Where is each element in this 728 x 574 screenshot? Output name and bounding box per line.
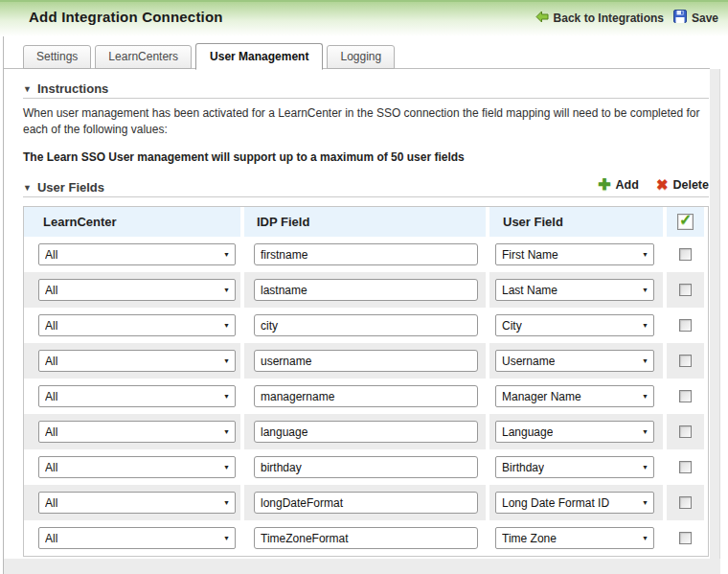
save-button[interactable]: Save <box>692 11 718 25</box>
tab-learncenters[interactable]: LearnCenters <box>95 45 192 69</box>
learncenter-select[interactable]: All ▼ <box>38 350 236 372</box>
column-header-user-field: User Field <box>489 207 663 237</box>
table-row: All ▼ Language ▼ <box>24 414 708 449</box>
user-field-select-value: City <box>502 319 522 333</box>
user-fields-heading: User Fields <box>37 180 104 195</box>
learncenter-select[interactable]: All ▼ <box>38 279 236 301</box>
table-row: All ▼ Username ▼ <box>24 343 708 379</box>
user-field-select-value: Last Name <box>502 284 557 297</box>
table-row: All ▼ Birthday ▼ <box>24 449 708 485</box>
idp-field-input[interactable] <box>254 314 478 336</box>
tab-label: LearnCenters <box>108 50 178 63</box>
collapse-arrow-icon: ▼ <box>23 183 32 193</box>
right-gutter <box>710 69 720 559</box>
tab-settings[interactable]: Settings <box>23 45 91 69</box>
chevron-down-icon: ▼ <box>223 287 230 293</box>
learncenter-select[interactable]: All ▼ <box>38 314 236 336</box>
chevron-down-icon: ▼ <box>223 322 230 329</box>
row-checkbox[interactable] <box>679 532 692 544</box>
idp-field-input[interactable] <box>254 421 478 443</box>
idp-field-input[interactable] <box>254 243 478 265</box>
idp-field-input[interactable] <box>254 279 478 301</box>
back-to-integrations-link[interactable]: Back to Integrations <box>554 11 664 25</box>
user-field-select[interactable]: Last Name ▼ <box>495 279 654 301</box>
delete-button-label: Delete <box>672 178 709 192</box>
add-button[interactable]: ✚ Add <box>598 178 639 192</box>
row-checkbox[interactable] <box>679 284 692 296</box>
idp-field-input[interactable] <box>254 456 478 478</box>
chevron-down-icon: ▼ <box>642 251 648 258</box>
chevron-down-icon: ▼ <box>642 357 648 364</box>
user-field-select[interactable]: Manager Name ▼ <box>495 385 654 407</box>
table-row: All ▼ Last Name ▼ <box>24 272 708 308</box>
page-title: Add Integration Connection <box>29 9 223 25</box>
table-body: All ▼ First Name ▼ All ▼ <box>24 237 708 556</box>
chevron-down-icon: ▼ <box>642 464 648 471</box>
chevron-down-icon: ▼ <box>223 357 230 364</box>
learncenter-select[interactable]: All ▼ <box>38 492 236 514</box>
table-header-row: LearnCenter IDP Field User Field ✓ <box>24 207 708 237</box>
delete-button[interactable]: ✖ Delete <box>656 178 709 192</box>
user-field-select-value: Username <box>502 355 555 368</box>
bottom-gutter <box>4 559 720 574</box>
user-field-select-value: Long Date Format ID <box>502 496 609 510</box>
learncenter-select-value: All <box>45 461 57 474</box>
tab-logging[interactable]: Logging <box>327 45 395 69</box>
table-row: All ▼ First Name ▼ <box>24 237 708 272</box>
row-checkbox[interactable] <box>679 319 692 332</box>
select-all-checkbox[interactable]: ✓ <box>677 214 694 230</box>
user-field-select[interactable]: Language ▼ <box>495 421 654 443</box>
user-fields-table: LearnCenter IDP Field User Field ✓ All ▼… <box>23 206 709 557</box>
save-icon <box>673 10 687 26</box>
user-field-select[interactable]: First Name ▼ <box>495 243 654 265</box>
idp-field-input[interactable] <box>254 385 478 407</box>
instructions-heading: Instructions <box>37 81 108 96</box>
tab-bar: Settings LearnCenters User Management Lo… <box>23 44 395 69</box>
panel-left-border <box>3 36 4 574</box>
learncenter-select[interactable]: All ▼ <box>38 243 236 265</box>
user-field-select-value: Birthday <box>502 461 544 474</box>
learncenter-select[interactable]: All ▼ <box>38 456 236 478</box>
user-field-select[interactable]: City ▼ <box>495 314 654 336</box>
tab-label: Settings <box>36 50 78 63</box>
learncenter-select[interactable]: All ▼ <box>38 527 236 549</box>
user-field-select[interactable]: Long Date Format ID ▼ <box>495 492 654 514</box>
table-row: All ▼ City ▼ <box>24 308 708 343</box>
user-field-select-value: Time Zone <box>502 532 557 545</box>
learncenter-select[interactable]: All ▼ <box>38 421 236 443</box>
user-field-select-value: Manager Name <box>502 390 581 403</box>
user-fields-section-header[interactable]: ▼User Fields <box>23 180 104 195</box>
chevron-down-icon: ▼ <box>642 428 648 435</box>
user-field-select[interactable]: Time Zone ▼ <box>495 527 654 549</box>
user-field-select[interactable]: Birthday ▼ <box>495 456 654 478</box>
idp-field-input[interactable] <box>254 350 478 372</box>
table-row: All ▼ Long Date Format ID ▼ <box>24 485 708 520</box>
tab-label: User Management <box>210 50 308 63</box>
instructions-note: The Learn SSO User management will suppo… <box>23 150 701 164</box>
user-field-select-value: First Name <box>502 248 558 262</box>
instructions-section-header[interactable]: ▼Instructions <box>23 81 108 96</box>
learncenter-select[interactable]: All ▼ <box>38 385 236 407</box>
idp-field-input[interactable] <box>254 492 478 514</box>
row-checkbox[interactable] <box>679 425 692 438</box>
tab-user-management[interactable]: User Management <box>195 43 323 70</box>
chevron-down-icon: ▼ <box>642 287 648 293</box>
collapse-arrow-icon: ▼ <box>23 84 32 94</box>
learncenter-select-value: All <box>45 355 57 368</box>
row-checkbox[interactable] <box>679 390 692 402</box>
idp-field-input[interactable] <box>254 527 478 549</box>
chevron-down-icon: ▼ <box>223 251 230 258</box>
row-checkbox[interactable] <box>679 496 692 509</box>
chevron-down-icon: ▼ <box>223 535 230 541</box>
row-checkbox[interactable] <box>679 355 692 367</box>
learncenter-select-value: All <box>45 248 57 262</box>
learncenter-select-value: All <box>45 496 57 510</box>
chevron-down-icon: ▼ <box>642 393 648 400</box>
chevron-down-icon: ▼ <box>223 428 230 435</box>
row-checkbox[interactable] <box>679 248 692 261</box>
user-field-select-value: Language <box>502 425 553 439</box>
learncenter-select-value: All <box>45 284 57 297</box>
user-field-select[interactable]: Username ▼ <box>495 350 654 372</box>
chevron-down-icon: ▼ <box>223 393 230 400</box>
row-checkbox[interactable] <box>679 461 692 473</box>
